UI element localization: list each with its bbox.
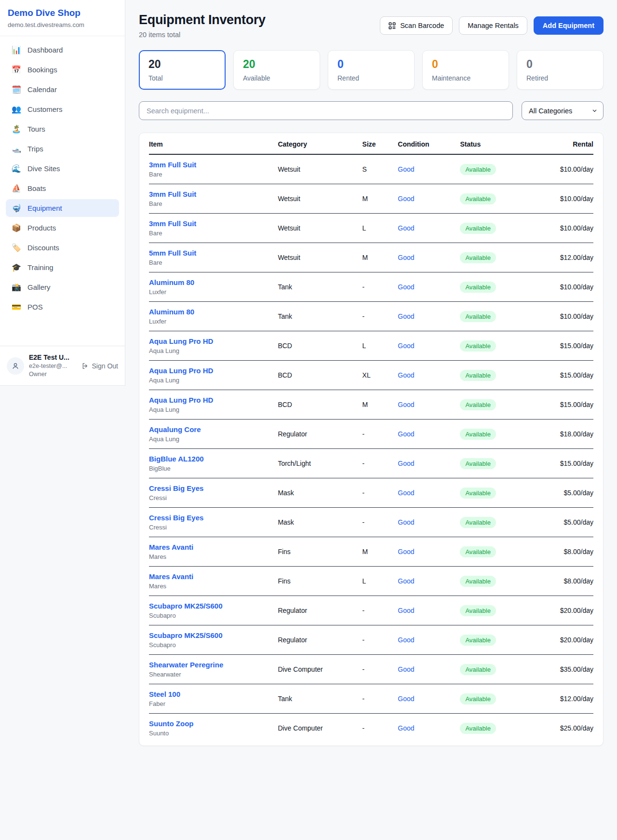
item-name-link[interactable]: 5mm Full Suit [149, 249, 274, 257]
item-condition-link[interactable]: Good [398, 224, 414, 232]
status-badge: Available [460, 399, 496, 410]
sidebar-item-dive-sites[interactable]: 🌊 Dive Sites [6, 160, 119, 177]
item-name-link[interactable]: Scubapro MK25/S600 [149, 602, 274, 610]
sidebar-item-gallery[interactable]: 📸 Gallery [6, 278, 119, 296]
customers-icon: 👥 [12, 106, 21, 113]
sidebar-item-products[interactable]: 📦 Products [6, 219, 119, 237]
dashboard-icon: 📊 [12, 46, 21, 54]
item-condition-link[interactable]: Good [398, 254, 414, 261]
item-size: M [362, 254, 368, 261]
item-name-link[interactable]: Shearwater Peregrine [149, 661, 274, 669]
item-rental-rate: $10.00/day [560, 224, 593, 232]
stat-card-rented[interactable]: 0 Rented [328, 50, 415, 90]
item-condition-link[interactable]: Good [398, 460, 414, 467]
item-name-link[interactable]: Aluminum 80 [149, 308, 274, 316]
item-name-link[interactable]: BigBlue AL1200 [149, 455, 274, 463]
sidebar-item-training[interactable]: 🎓 Training [6, 258, 119, 276]
sidebar-item-calendar[interactable]: 🗓️ Calendar [6, 81, 119, 98]
item-category: Wetsuit [278, 254, 300, 261]
item-condition-link[interactable]: Good [398, 342, 414, 350]
item-size: - [362, 518, 365, 526]
item-category: Mask [278, 518, 294, 526]
status-badge: Available [460, 635, 496, 646]
item-name-link[interactable]: Aluminum 80 [149, 278, 274, 286]
manage-rentals-label: Manage Rentals [468, 22, 519, 29]
item-condition-link[interactable]: Good [398, 724, 414, 732]
item-name-link[interactable]: Aqua Lung Pro HD [149, 396, 274, 404]
item-brand: Cressi [149, 494, 274, 501]
item-name-link[interactable]: Scubapro MK25/S600 [149, 631, 274, 639]
column-header-condition: Condition [398, 133, 460, 154]
category-select[interactable]: All Categories [522, 101, 604, 120]
item-rental-rate: $20.00/day [560, 636, 593, 644]
stats-row: 20 Total 20 Available 0 Rented 0 Mainten… [139, 50, 604, 90]
user-role: Owner [29, 370, 69, 379]
brand-title[interactable]: Demo Dive Shop [8, 8, 117, 18]
item-condition-link[interactable]: Good [398, 489, 414, 497]
item-name-link[interactable]: Aqua Lung Pro HD [149, 337, 274, 345]
stat-card-available[interactable]: 20 Available [233, 50, 320, 90]
item-condition-link[interactable]: Good [398, 695, 414, 703]
status-badge: Available [460, 693, 496, 705]
item-name-link[interactable]: Cressi Big Eyes [149, 514, 274, 522]
manage-rentals-button[interactable]: Manage Rentals [459, 16, 527, 35]
item-condition-link[interactable]: Good [398, 430, 414, 438]
sidebar-item-customers[interactable]: 👥 Customers [6, 100, 119, 118]
item-name-link[interactable]: Aqualung Core [149, 425, 274, 434]
stat-value: 20 [243, 58, 310, 71]
item-name-link[interactable]: Suunto Zoop [149, 719, 274, 728]
item-rental-rate: $25.00/day [560, 724, 593, 732]
sidebar-item-equipment[interactable]: 🤿 Equipment [6, 199, 119, 217]
stat-card-total[interactable]: 20 Total [139, 50, 226, 90]
item-name-link[interactable]: 3mm Full Suit [149, 219, 274, 228]
item-condition-link[interactable]: Good [398, 283, 414, 291]
item-brand: Luxfer [149, 318, 274, 325]
item-condition-link[interactable]: Good [398, 665, 414, 673]
item-name-link[interactable]: Cressi Big Eyes [149, 484, 274, 492]
item-condition-link[interactable]: Good [398, 371, 414, 379]
search-input[interactable] [139, 101, 513, 120]
item-size: - [362, 724, 365, 732]
item-category: Regulator [278, 636, 307, 644]
item-brand: Scubapro [149, 641, 274, 649]
sidebar-item-discounts[interactable]: 🏷️ Discounts [6, 239, 119, 257]
scan-barcode-button[interactable]: Scan Barcode [380, 16, 453, 35]
item-condition-link[interactable]: Good [398, 165, 414, 173]
sidebar-item-pos[interactable]: 💳 POS [6, 298, 119, 316]
sidebar-item-bookings[interactable]: 📅 Bookings [6, 61, 119, 79]
item-condition-link[interactable]: Good [398, 195, 414, 203]
item-category: Regulator [278, 430, 307, 438]
stat-card-retired[interactable]: 0 Retired [517, 50, 604, 90]
scan-barcode-label: Scan Barcode [400, 22, 444, 29]
add-equipment-button[interactable]: Add Equipment [534, 16, 604, 35]
sign-out-button[interactable]: Sign Out [81, 362, 118, 370]
item-name-link[interactable]: Mares Avanti [149, 543, 274, 551]
item-rental-rate: $12.00/day [560, 695, 593, 703]
item-condition-link[interactable]: Good [398, 577, 414, 585]
item-name-link[interactable]: Aqua Lung Pro HD [149, 366, 274, 375]
item-condition-link[interactable]: Good [398, 607, 414, 614]
sidebar-item-boats[interactable]: ⛵ Boats [6, 179, 119, 197]
status-badge: Available [460, 223, 496, 234]
item-name-link[interactable]: 3mm Full Suit [149, 190, 274, 198]
item-name-link[interactable]: Steel 100 [149, 690, 274, 698]
sidebar-item-dashboard[interactable]: 📊 Dashboard [6, 41, 119, 59]
item-condition-link[interactable]: Good [398, 518, 414, 526]
item-size: L [362, 577, 366, 585]
item-condition-link[interactable]: Good [398, 401, 414, 408]
status-badge: Available [460, 458, 496, 469]
item-name-link[interactable]: Mares Avanti [149, 572, 274, 581]
table-row: Aqualung Core Aqua Lung Regulator - Good… [149, 420, 593, 449]
item-condition-link[interactable]: Good [398, 636, 414, 644]
item-condition-link[interactable]: Good [398, 312, 414, 320]
stat-card-maintenance[interactable]: 0 Maintenance [422, 50, 509, 90]
item-size: - [362, 312, 365, 320]
barcode-scan-icon [389, 22, 396, 29]
brand-domain: demo.test.divestreams.com [8, 21, 117, 28]
sidebar-item-label: Tours [27, 125, 45, 133]
item-name-link[interactable]: 3mm Full Suit [149, 161, 274, 169]
item-condition-link[interactable]: Good [398, 548, 414, 555]
item-category: Tank [278, 695, 292, 703]
sidebar-item-tours[interactable]: 🏝️ Tours [6, 120, 119, 138]
sidebar-item-trips[interactable]: 🛥️ Trips [6, 140, 119, 158]
